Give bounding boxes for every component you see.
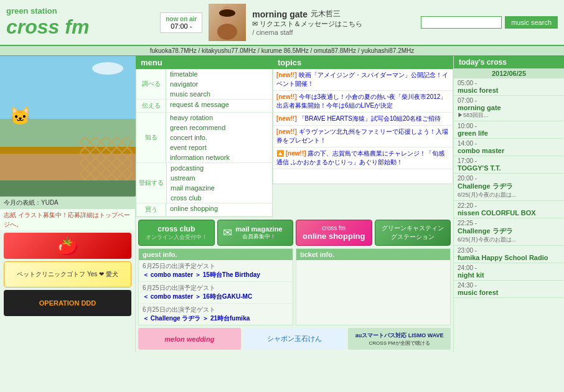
menu-link-heavy-rotation[interactable]: heavy rotation — [166, 113, 233, 123]
menu-link-green-recommend[interactable]: green recommend — [166, 123, 233, 133]
menu-link-cross-club[interactable]: cross club — [167, 193, 219, 203]
request-link[interactable]: ✉ リクエスト＆メッセージはこちら — [252, 19, 362, 29]
cross-club-main-label: cross club — [144, 225, 209, 233]
menu-link-music-search[interactable]: music search — [166, 89, 214, 99]
menu-link-concert-info[interactable]: concert info. — [166, 133, 233, 142]
shop-line2: online shopping — [301, 231, 367, 241]
schedule-item-2: 10:00 - green life — [454, 121, 564, 139]
guest-link-1[interactable]: ＜ combo master ＞ 16時台GAKU-MC — [143, 293, 252, 300]
hero-cloud — [92, 62, 123, 75]
on-air-label: now on air — [166, 16, 197, 22]
hero-cat: 🐱 — [9, 106, 31, 126]
ticket-info-panel: ticket info. — [296, 248, 451, 325]
schedule-item-7: 22:25 - Challenge ラヂラ 6/25(月)今夜のお題は... — [454, 218, 564, 246]
cover-link[interactable]: 志紙 イラスト募集中！応募詳細はトップページへ。 — [4, 212, 130, 228]
schedule-program-5[interactable]: Challenge ラヂラ — [458, 182, 560, 191]
schedule-program-8[interactable]: fumika Happy School Radio — [458, 254, 560, 261]
guest-info-panel: guest info. 6月25日の出演予定ゲスト ＜ combo master… — [138, 248, 293, 325]
green-casting-button[interactable]: グリーンキャスティングステーション — [375, 220, 451, 246]
schedule-time-4: 17:00 - — [458, 157, 560, 164]
menu-items-tsutaeru: request & message — [166, 100, 233, 112]
schedule-item-8: 23:00 - fumika Happy School Radio — [454, 246, 564, 263]
cross-club-button[interactable]: cross club オンライン入会受付中！ — [138, 220, 215, 246]
menu-link-ustream[interactable]: ustream — [167, 173, 219, 183]
menu-header: menu — [136, 56, 273, 69]
on-air-time: 07:00 - — [166, 22, 197, 30]
logo-main: cross fm — [6, 16, 89, 39]
menu-link-timetable[interactable]: timetable — [166, 69, 214, 79]
tomato-banner[interactable]: 🍅 — [4, 233, 131, 259]
pet-banner-text: ペットクリニックゴトフ Yes ❤ 愛犬 — [17, 270, 118, 279]
footer-banner-shabon[interactable]: シャボン玉石けん — [243, 328, 346, 350]
search-input[interactable] — [421, 16, 502, 29]
menu-topics-row: menu 調べる timetable navigator music searc… — [136, 56, 453, 217]
schedule-program-2[interactable]: green life — [458, 129, 560, 137]
menu-link-online-shopping[interactable]: online shopping — [166, 203, 222, 213]
menu-cat-shirabe: 調べる — [136, 69, 166, 99]
schedule-item-4: 17:00 - TOGGY'S T.T. — [454, 156, 564, 174]
topic-link-0[interactable]: 映画「アメイジング・スパイダーマン」公開記念！イベント開催！ — [276, 72, 448, 87]
schedule-item-3: 14:00 - combo master — [454, 139, 564, 156]
mail-icon: ✉ — [223, 226, 232, 240]
main-layout: 🐱 今月の表紙：YUDA 志紙 イラスト募集中！応募 — [0, 56, 564, 352]
schedule-program-10[interactable]: music forest — [458, 289, 560, 296]
search-button[interactable]: music search — [505, 16, 558, 29]
schedule-program-0[interactable]: music forest — [458, 86, 560, 94]
guest-date-1: 6月25日の出演予定ゲスト — [143, 284, 289, 292]
menu-cat-tsutaeru: 伝える — [136, 100, 166, 112]
schedule-time-7: 22:25 - — [458, 220, 560, 226]
cross-club-sub-label: オンライン入会受付中！ — [144, 233, 209, 241]
menu-items-kau: online shopping — [166, 203, 222, 216]
menu-link-navigator[interactable]: navigator — [166, 79, 214, 89]
program-info: morning gate 元木哲三 ✉ リクエスト＆メッセージはこちら / ci… — [252, 9, 362, 36]
request-icon: ✉ — [252, 20, 258, 27]
schedule-item-10: 24:30 - music forest — [454, 281, 564, 298]
menu-cat-shiru: 知る — [136, 113, 166, 162]
ticket-info-header: ticket info. — [296, 249, 450, 260]
operation-banner[interactable]: OPERATION DDD — [4, 290, 131, 316]
svg-point-1 — [217, 24, 237, 40]
guest-link-2[interactable]: ＜ Challenge ラヂラ ＞ 21時台fumika — [143, 315, 250, 322]
online-shopping-button[interactable]: cross fm online shopping — [296, 220, 372, 246]
menu-link-podcasting[interactable]: podcasting — [167, 163, 219, 173]
guest-link-0[interactable]: ＜ combo master ＞ 15時台The Birthday — [143, 271, 260, 278]
schedule-program-3[interactable]: combo master — [458, 147, 560, 154]
menu-link-info-network[interactable]: information network — [166, 152, 233, 162]
logo-top: green station — [6, 6, 89, 16]
schedule-program-7[interactable]: Challenge ラヂラ — [458, 226, 560, 236]
mail-magazine-button[interactable]: ✉ mail magazine 会員募集中！ — [217, 220, 294, 246]
topic-link-1[interactable]: 今年は3夜通し！小倉の夏の熱い夜「柴川夜市2012」出店者募集開始！今年は6組の… — [276, 93, 446, 109]
topic-link-2[interactable]: 「BRAVE HEARTS海猿」試写会10組20名様ご招待 — [299, 115, 441, 122]
footer-banner-melon[interactable]: melon wedding — [138, 328, 241, 350]
menu-cat-kau: 買う — [136, 203, 166, 216]
menu-link-event-report[interactable]: event report — [166, 142, 233, 152]
guest-ticket-row: guest info. 6月25日の出演予定ゲスト ＜ combo master… — [136, 248, 453, 325]
center-content: menu 調べる timetable navigator music searc… — [136, 56, 453, 352]
schedule-program-1[interactable]: morning gate — [458, 104, 560, 111]
schedule-item-1: 07:00 - morning gate ▶583回目... — [454, 96, 564, 121]
program-title-label: morning gate — [252, 9, 308, 19]
schedule-program-9[interactable]: night kit — [458, 271, 560, 279]
pet-banner[interactable]: ペットクリニックゴトフ Yes ❤ 愛犬 — [4, 261, 131, 287]
topic-link-3[interactable]: ギラヴァンツ北九州をファミリーで応援しよう！入場券をプレゼント！ — [276, 128, 448, 144]
on-air-area: now on air 07:00 - morning gate 元木哲三 ✉ リ… — [160, 4, 362, 41]
menu-link-mail-magazine[interactable]: mail magazine — [167, 183, 219, 193]
menu-group-touroku: 登録する podcasting ustream mail magazine cr… — [136, 163, 272, 203]
hero-lattice — [80, 137, 133, 187]
schedule-program-6[interactable]: nissen COLORFUL BOX — [458, 209, 560, 217]
logo-area: green station cross fm — [6, 6, 89, 39]
topics-section: topics [new!!] 映画「アメイジング・スパイダーマン」公開記念！イベ… — [273, 56, 453, 217]
footer-banner-au[interactable]: auスマートパス対応 LISMO WAVE CROSS FMが全国で聴ける — [348, 328, 451, 350]
menu-link-request[interactable]: request & message — [166, 100, 233, 110]
menu-group-shirabe: 調べる timetable navigator music search — [136, 69, 272, 100]
schedule-item-5: 20:00 - Challenge ラヂラ 6/25(月)今夜のお題は... — [454, 174, 564, 201]
schedule-time-1: 07:00 - — [458, 97, 560, 104]
topic-badge-1: [new!!] — [276, 93, 297, 100]
guest-date-2: 6月25日の出演予定ゲスト — [143, 306, 289, 314]
shabon-banner-text: シャボン玉石けん — [267, 334, 322, 343]
schedule-program-4[interactable]: TOGGY'S T.T. — [458, 164, 560, 172]
schedule-item-0: 05:00 - music forest — [454, 78, 564, 96]
hero-grass — [0, 180, 136, 196]
guest-date-0: 6月25日の出演予定ゲスト — [143, 262, 289, 271]
dj-photo — [209, 4, 246, 41]
